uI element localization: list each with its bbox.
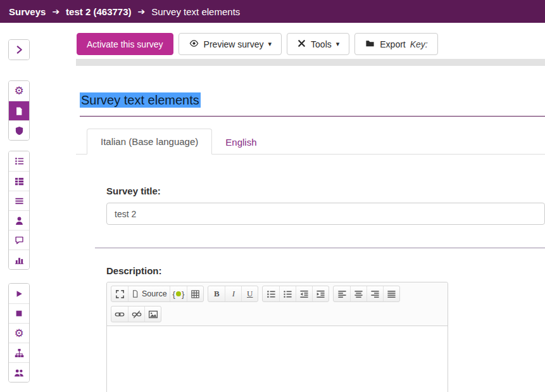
sidebar-item-tools[interactable]: ⚙ <box>9 323 29 343</box>
sidebar-item-menu[interactable] <box>9 191 29 210</box>
indent-icon[interactable] <box>312 286 329 301</box>
page-title-selected-text: Survey text elements <box>80 92 201 108</box>
editor-group-lists <box>262 286 329 302</box>
sidebar: ⚙ <box>0 23 38 392</box>
sidebar-tools-group: ⚙ <box>8 283 30 383</box>
sidebar-item-general-settings[interactable]: ⚙ <box>9 81 29 101</box>
stop-icon <box>15 309 23 318</box>
sidebar-expand-group <box>8 39 30 60</box>
arrow-right-icon: ➔ <box>138 6 146 16</box>
survey-title-input[interactable] <box>106 203 545 225</box>
sidebar-item-stop[interactable] <box>9 303 29 323</box>
align-right-icon[interactable] <box>366 286 383 301</box>
list-ul-icon <box>15 156 24 166</box>
section-divider <box>95 248 545 248</box>
lime-dot <box>176 291 181 296</box>
sidebar-settings-group: ⚙ <box>8 80 30 141</box>
document-icon <box>15 106 23 116</box>
align-justify-icon[interactable] <box>383 286 399 301</box>
sidebar-item-list-groups[interactable] <box>9 171 29 191</box>
export-button[interactable]: Export Key: <box>354 33 437 55</box>
sidebar-item-activate[interactable] <box>9 284 29 303</box>
outdent-icon[interactable] <box>296 286 312 301</box>
sidebar-item-survey-participants[interactable] <box>9 362 29 382</box>
activate-survey-button[interactable]: Activate this survey <box>77 33 173 55</box>
folder-icon <box>365 39 375 50</box>
comment-icon <box>15 236 24 245</box>
sidebar-item-participants[interactable] <box>9 210 29 230</box>
align-center-icon[interactable] <box>350 286 366 301</box>
tools-icon <box>297 39 306 50</box>
action-toolbar: Activate this survey Preview survey ▾ To… <box>77 33 438 55</box>
language-tabs: Italian (Base language) English <box>76 128 545 155</box>
chevron-right-icon <box>15 45 24 54</box>
horizontal-scrollbar-track[interactable] <box>76 59 545 66</box>
arrow-right-icon: ➔ <box>52 6 60 16</box>
show-blocks-icon[interactable] <box>187 286 203 301</box>
sidebar-item-text-elements[interactable] <box>9 101 29 120</box>
survey-text-elements-page: Surveys ➔ test 2 (463773) ➔ Survey text … <box>0 0 545 392</box>
sitemap-icon <box>15 348 24 358</box>
users-icon <box>14 368 24 377</box>
tools-button[interactable]: Tools ▾ <box>287 33 349 55</box>
tools-label: Tools <box>311 39 332 49</box>
lime-placeholder-icon[interactable]: {} <box>170 286 187 301</box>
caret-down-icon: ▾ <box>336 41 340 47</box>
editor-group-align <box>333 286 400 302</box>
cogs-icon: ⚙ <box>14 85 23 96</box>
user-icon <box>15 216 24 225</box>
editor-group-document: Source {} <box>111 286 204 302</box>
bold-button[interactable]: B <box>208 286 225 301</box>
export-key-label: Key: <box>410 39 428 49</box>
sidebar-structure-group <box>8 151 30 270</box>
sidebar-item-list-questions[interactable] <box>9 151 29 171</box>
breadcrumb-surveys[interactable]: Surveys <box>9 6 46 17</box>
source-label: Source <box>142 289 167 298</box>
sidebar-item-survey-structure[interactable] <box>9 343 29 362</box>
gear-icon: ⚙ <box>14 328 23 339</box>
title-divider <box>80 116 545 117</box>
sidebar-item-statistics[interactable] <box>9 250 29 269</box>
editor-group-links <box>111 306 161 322</box>
link-icon[interactable] <box>111 307 128 322</box>
language-tab-pane: Survey title: Description: Source <box>76 155 545 392</box>
editor-content-area[interactable] <box>107 326 448 392</box>
breadcrumb-current-page: Survey text elements <box>151 6 240 17</box>
play-icon <box>15 289 23 298</box>
unlink-icon[interactable] <box>128 307 144 322</box>
preview-survey-button[interactable]: Preview survey ▾ <box>179 33 282 55</box>
breadcrumb-survey[interactable]: test 2 (463773) <box>66 6 131 17</box>
italic-button[interactable]: I <box>225 286 241 301</box>
editor-toolbar: Source {} B I U <box>107 282 448 326</box>
source-button[interactable]: Source <box>128 286 170 301</box>
survey-title-label: Survey title: <box>106 186 161 196</box>
align-left-icon[interactable] <box>334 286 350 301</box>
editor-group-basicstyles: B I U <box>208 286 258 302</box>
underline-button[interactable]: U <box>241 286 258 301</box>
numbered-list-icon[interactable] <box>263 286 279 301</box>
sidebar-item-permissions[interactable] <box>9 120 29 140</box>
export-label: Export <box>380 39 405 49</box>
th-list-icon <box>15 177 24 186</box>
activate-survey-label: Activate this survey <box>87 39 163 49</box>
bar-chart-icon <box>15 255 24 265</box>
tab-english[interactable]: English <box>212 130 270 155</box>
image-icon[interactable] <box>144 307 161 322</box>
sidebar-expand-button[interactable] <box>9 40 29 60</box>
description-label: Description: <box>106 265 545 276</box>
shield-icon <box>15 126 24 136</box>
brace-open: { <box>173 289 175 299</box>
eye-icon <box>189 39 199 50</box>
tab-italian-base-language[interactable]: Italian (Base language) <box>87 129 212 155</box>
bulleted-list-icon[interactable] <box>279 286 296 301</box>
maximize-icon[interactable] <box>111 286 128 301</box>
breadcrumb: Surveys ➔ test 2 (463773) ➔ Survey text … <box>0 0 545 23</box>
caret-down-icon: ▾ <box>268 41 272 47</box>
description-richtext-editor: Source {} B I U <box>106 282 448 392</box>
main-content: Survey text elements Italian (Base langu… <box>76 70 545 392</box>
page-title: Survey text elements <box>80 93 545 108</box>
brace-close: } <box>182 289 184 299</box>
sidebar-item-responses[interactable] <box>9 230 29 250</box>
bars-icon <box>15 196 24 206</box>
preview-survey-label: Preview survey <box>204 39 264 49</box>
